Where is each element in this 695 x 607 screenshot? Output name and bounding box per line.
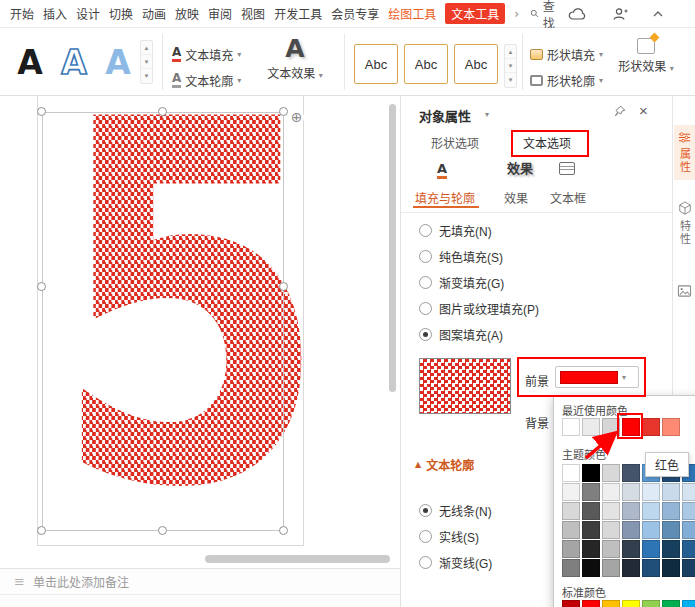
shape-preset-2[interactable]: Abc: [404, 44, 448, 84]
shape-outline-button[interactable]: 形状轮廓 ▾: [530, 70, 603, 90]
gallery-up-icon[interactable]: ▴: [141, 41, 152, 55]
gallery-more-icon[interactable]: ▾: [505, 73, 516, 87]
color-swatch[interactable]: [642, 600, 660, 607]
color-swatch[interactable]: [682, 502, 695, 520]
color-swatch[interactable]: [602, 418, 620, 436]
color-swatch[interactable]: [642, 483, 660, 501]
text-outline-button[interactable]: A 文本轮廓 ▾: [172, 70, 241, 90]
color-swatch[interactable]: [622, 502, 640, 520]
pin-icon[interactable]: [613, 105, 626, 118]
text-fill-button[interactable]: A 文本填充 ▾: [172, 44, 241, 64]
color-swatch[interactable]: [582, 540, 600, 558]
shape-fill-button[interactable]: 形状填充 ▾: [530, 44, 603, 64]
tab-shape-options[interactable]: 形状选项: [431, 134, 479, 151]
color-swatch[interactable]: [602, 559, 620, 577]
menu-overflow-chevron-icon[interactable]: ›: [514, 7, 519, 21]
fill-option-picture[interactable]: 图片或纹理填充(P): [419, 300, 539, 316]
color-swatch[interactable]: [682, 521, 695, 539]
selection-handle-top-middle[interactable]: [158, 107, 167, 116]
text-outline-section-header[interactable]: ▲ 文本轮廓: [415, 456, 474, 473]
line-option-gradient[interactable]: 渐变线(G): [419, 554, 492, 570]
notes-handle-icon[interactable]: ≡: [14, 574, 25, 589]
color-swatch[interactable]: [622, 521, 640, 539]
gallery-more-icon[interactable]: ▾: [141, 69, 152, 83]
fill-option-no-fill[interactable]: 无填充(N): [419, 222, 492, 238]
text-effects-button[interactable]: A 文本效果 ▾: [256, 36, 334, 81]
selection-handle-bottom-left[interactable]: [37, 526, 46, 535]
color-swatch[interactable]: [622, 559, 640, 577]
tab-text-options[interactable]: 文本选项: [523, 134, 571, 151]
color-swatch[interactable]: [682, 559, 695, 577]
color-swatch[interactable]: [622, 483, 640, 501]
line-option-solid[interactable]: 实线(S): [419, 528, 479, 544]
color-swatch[interactable]: [602, 483, 620, 501]
slide-canvas[interactable]: 5 ⊕: [0, 96, 400, 568]
color-swatch[interactable]: [562, 600, 580, 607]
menu-item-view[interactable]: 视图: [241, 5, 265, 22]
selection-handle-bottom-right[interactable]: [279, 526, 288, 535]
color-swatch[interactable]: [562, 464, 580, 482]
collapse-ribbon-icon[interactable]: [652, 10, 664, 18]
color-swatch[interactable]: [662, 521, 680, 539]
color-swatch[interactable]: [562, 540, 580, 558]
cloud-sync-icon[interactable]: [568, 7, 588, 21]
color-swatch[interactable]: [622, 418, 640, 436]
shape-effects-button[interactable]: 形状效果 ▾: [606, 38, 686, 74]
wordart-text[interactable]: 5: [51, 96, 315, 568]
menu-item-transition[interactable]: 切换: [109, 5, 133, 22]
color-swatch[interactable]: [662, 600, 680, 607]
wordart-style-outline[interactable]: A: [54, 38, 94, 86]
selection-handle-middle-right[interactable]: [279, 282, 288, 291]
subtab-fill-outline[interactable]: 填充与轮廓: [415, 189, 475, 206]
color-swatch[interactable]: [622, 540, 640, 558]
subtab-textbox[interactable]: 文本框: [550, 189, 586, 206]
color-swatch[interactable]: [562, 483, 580, 501]
color-swatch[interactable]: [622, 600, 640, 607]
close-icon[interactable]: ×: [639, 103, 648, 118]
color-swatch[interactable]: [602, 540, 620, 558]
selection-handle-top-right[interactable]: [279, 107, 288, 116]
selection-handle-bottom-middle[interactable]: [158, 526, 167, 535]
fill-option-pattern[interactable]: 图案填充(A): [419, 326, 503, 342]
selection-handle-top-left[interactable]: [37, 107, 46, 116]
shape-preset-3[interactable]: Abc: [454, 44, 498, 84]
menu-item-insert[interactable]: 插入: [43, 5, 67, 22]
features-tab[interactable]: 特性: [674, 195, 695, 252]
color-swatch[interactable]: [582, 502, 600, 520]
foreground-color-dropdown[interactable]: ▾: [555, 366, 639, 388]
menu-item-review[interactable]: 审阅: [208, 5, 232, 22]
color-swatch[interactable]: [602, 600, 620, 607]
color-swatch[interactable]: [662, 502, 680, 520]
color-swatch[interactable]: [562, 559, 580, 577]
menu-item-drawing-tools[interactable]: 绘图工具: [388, 5, 436, 22]
line-option-none[interactable]: 无线条(N): [419, 502, 492, 518]
subtab-effects[interactable]: 效果: [504, 189, 528, 206]
menu-item-slideshow[interactable]: 放映: [175, 5, 199, 22]
horizontal-scrollbar-thumb[interactable]: [205, 555, 390, 563]
pattern-preview[interactable]: [419, 358, 511, 414]
color-swatch[interactable]: [582, 559, 600, 577]
rotate-handle-icon[interactable]: ⊕: [289, 110, 304, 125]
color-swatch[interactable]: [642, 559, 660, 577]
color-swatch[interactable]: [642, 502, 660, 520]
color-swatch[interactable]: [622, 464, 640, 482]
gallery-up-icon[interactable]: ▴: [505, 45, 516, 59]
menu-item-design[interactable]: 设计: [76, 5, 100, 22]
menu-item-developer[interactable]: 开发工具: [274, 5, 322, 22]
notes-bar[interactable]: ≡ 单击此处添加备注: [0, 568, 400, 594]
color-swatch[interactable]: [642, 418, 660, 436]
fill-option-solid[interactable]: 纯色填充(S): [419, 248, 503, 264]
color-swatch[interactable]: [682, 600, 695, 607]
invite-user-icon[interactable]: [612, 7, 628, 21]
color-swatch[interactable]: [562, 502, 580, 520]
search-box[interactable]: 查找: [530, 0, 559, 31]
color-swatch[interactable]: [642, 540, 660, 558]
selection-handle-middle-left[interactable]: [37, 282, 46, 291]
color-swatch[interactable]: [662, 540, 680, 558]
color-swatch[interactable]: [602, 502, 620, 520]
gallery-down-icon[interactable]: ▾: [505, 59, 516, 73]
color-swatch[interactable]: [582, 483, 600, 501]
properties-tab[interactable]: 属性: [674, 125, 695, 180]
color-swatch[interactable]: [642, 521, 660, 539]
color-swatch[interactable]: [582, 464, 600, 482]
